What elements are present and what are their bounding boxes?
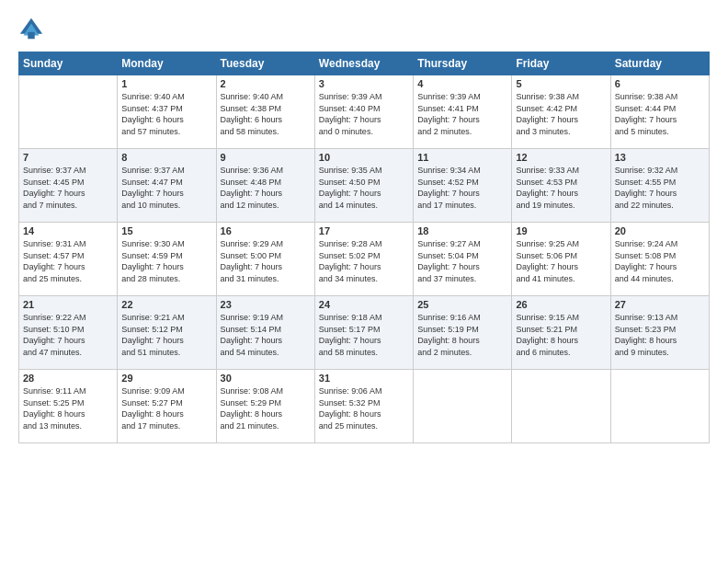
day-info: Sunrise: 9:38 AMSunset: 4:42 PMDaylight:… (516, 91, 606, 137)
header-cell-sunday: Sunday (19, 52, 118, 75)
calendar-cell: 12Sunrise: 9:33 AMSunset: 4:53 PMDayligh… (512, 149, 610, 223)
day-number: 26 (516, 299, 606, 310)
day-number: 25 (417, 299, 507, 310)
week-row-2: 7Sunrise: 9:37 AMSunset: 4:45 PMDaylight… (19, 149, 710, 223)
day-info: Sunrise: 9:29 AMSunset: 5:00 PMDaylight:… (221, 238, 311, 284)
week-row-4: 21Sunrise: 9:22 AMSunset: 5:10 PMDayligh… (19, 296, 710, 370)
day-number: 22 (121, 299, 211, 310)
day-number: 4 (417, 78, 507, 89)
day-info: Sunrise: 9:36 AMSunset: 4:48 PMDaylight:… (221, 165, 311, 211)
calendar-cell: 3Sunrise: 9:39 AMSunset: 4:40 PMDaylight… (314, 75, 413, 149)
calendar-cell: 10Sunrise: 9:35 AMSunset: 4:50 PMDayligh… (314, 149, 413, 223)
day-number: 20 (615, 225, 705, 236)
calendar-cell (610, 370, 709, 443)
calendar-cell (414, 370, 512, 443)
header-cell-thursday: Thursday (414, 52, 512, 75)
day-info: Sunrise: 9:37 AMSunset: 4:47 PMDaylight:… (121, 165, 211, 211)
calendar-cell: 1Sunrise: 9:40 AMSunset: 4:37 PMDaylight… (118, 75, 216, 149)
day-info: Sunrise: 9:31 AMSunset: 4:57 PMDaylight:… (23, 238, 113, 284)
day-number: 9 (221, 152, 311, 163)
day-info: Sunrise: 9:39 AMSunset: 4:41 PMDaylight:… (417, 91, 507, 137)
day-info: Sunrise: 9:40 AMSunset: 4:37 PMDaylight:… (121, 91, 211, 137)
calendar-cell: 27Sunrise: 9:13 AMSunset: 5:23 PMDayligh… (610, 296, 709, 370)
day-number: 7 (23, 152, 113, 163)
day-info: Sunrise: 9:19 AMSunset: 5:14 PMDaylight:… (221, 312, 311, 358)
day-info: Sunrise: 9:18 AMSunset: 5:17 PMDaylight:… (319, 312, 409, 358)
calendar-cell: 22Sunrise: 9:21 AMSunset: 5:12 PMDayligh… (118, 296, 216, 370)
day-number: 10 (319, 152, 409, 163)
calendar-cell: 20Sunrise: 9:24 AMSunset: 5:08 PMDayligh… (610, 223, 709, 296)
day-number: 12 (516, 152, 606, 163)
day-number: 19 (516, 225, 606, 236)
calendar-cell: 25Sunrise: 9:16 AMSunset: 5:19 PMDayligh… (414, 296, 512, 370)
day-number: 27 (615, 299, 705, 310)
day-info: Sunrise: 9:35 AMSunset: 4:50 PMDaylight:… (319, 165, 409, 211)
day-info: Sunrise: 9:28 AMSunset: 5:02 PMDaylight:… (319, 238, 409, 284)
logo (18, 17, 48, 42)
calendar-cell: 23Sunrise: 9:19 AMSunset: 5:14 PMDayligh… (216, 296, 314, 370)
calendar-cell: 18Sunrise: 9:27 AMSunset: 5:04 PMDayligh… (414, 223, 512, 296)
calendar-cell: 21Sunrise: 9:22 AMSunset: 5:10 PMDayligh… (19, 296, 118, 370)
calendar-cell: 29Sunrise: 9:09 AMSunset: 5:27 PMDayligh… (118, 370, 216, 443)
calendar-cell: 13Sunrise: 9:32 AMSunset: 4:55 PMDayligh… (610, 149, 709, 223)
day-number: 13 (615, 152, 705, 163)
header-cell-monday: Monday (118, 52, 216, 75)
day-number: 29 (121, 373, 211, 384)
day-info: Sunrise: 9:34 AMSunset: 4:52 PMDaylight:… (417, 165, 507, 211)
calendar-cell: 26Sunrise: 9:15 AMSunset: 5:21 PMDayligh… (512, 296, 610, 370)
day-info: Sunrise: 9:25 AMSunset: 5:06 PMDaylight:… (516, 238, 606, 284)
day-info: Sunrise: 9:09 AMSunset: 5:27 PMDaylight:… (121, 385, 211, 431)
day-info: Sunrise: 9:30 AMSunset: 4:59 PMDaylight:… (121, 238, 211, 284)
day-number: 24 (319, 299, 409, 310)
calendar-cell: 28Sunrise: 9:11 AMSunset: 5:25 PMDayligh… (19, 370, 118, 443)
week-row-5: 28Sunrise: 9:11 AMSunset: 5:25 PMDayligh… (19, 370, 710, 443)
day-info: Sunrise: 9:11 AMSunset: 5:25 PMDaylight:… (23, 385, 113, 431)
day-info: Sunrise: 9:27 AMSunset: 5:04 PMDaylight:… (417, 238, 507, 284)
day-number: 15 (121, 225, 211, 236)
calendar-cell: 8Sunrise: 9:37 AMSunset: 4:47 PMDaylight… (118, 149, 216, 223)
day-number: 31 (319, 373, 409, 384)
day-info: Sunrise: 9:22 AMSunset: 5:10 PMDaylight:… (23, 312, 113, 358)
day-info: Sunrise: 9:06 AMSunset: 5:32 PMDaylight:… (319, 385, 409, 431)
calendar-cell: 15Sunrise: 9:30 AMSunset: 4:59 PMDayligh… (118, 223, 216, 296)
day-info: Sunrise: 9:40 AMSunset: 4:38 PMDaylight:… (221, 91, 311, 137)
header-row: SundayMondayTuesdayWednesdayThursdayFrid… (19, 52, 710, 75)
logo-icon (18, 17, 44, 42)
day-number: 5 (516, 78, 606, 89)
calendar-cell: 14Sunrise: 9:31 AMSunset: 4:57 PMDayligh… (19, 223, 118, 296)
calendar-cell: 4Sunrise: 9:39 AMSunset: 4:41 PMDaylight… (414, 75, 512, 149)
week-row-1: 1Sunrise: 9:40 AMSunset: 4:37 PMDaylight… (19, 75, 710, 149)
header (18, 17, 710, 42)
day-number: 1 (121, 78, 211, 89)
calendar-cell: 2Sunrise: 9:40 AMSunset: 4:38 PMDaylight… (216, 75, 314, 149)
page-container: SundayMondayTuesdayWednesdayThursdayFrid… (0, 0, 728, 453)
day-info: Sunrise: 9:39 AMSunset: 4:40 PMDaylight:… (319, 91, 409, 137)
day-number: 28 (23, 373, 113, 384)
header-cell-friday: Friday (512, 52, 610, 75)
calendar-cell: 24Sunrise: 9:18 AMSunset: 5:17 PMDayligh… (314, 296, 413, 370)
day-number: 21 (23, 299, 113, 310)
day-number: 30 (221, 373, 311, 384)
day-info: Sunrise: 9:37 AMSunset: 4:45 PMDaylight:… (23, 165, 113, 211)
day-number: 11 (417, 152, 507, 163)
header-cell-wednesday: Wednesday (314, 52, 413, 75)
calendar-cell: 19Sunrise: 9:25 AMSunset: 5:06 PMDayligh… (512, 223, 610, 296)
calendar-cell: 9Sunrise: 9:36 AMSunset: 4:48 PMDaylight… (216, 149, 314, 223)
day-info: Sunrise: 9:08 AMSunset: 5:29 PMDaylight:… (221, 385, 311, 431)
calendar-cell: 7Sunrise: 9:37 AMSunset: 4:45 PMDaylight… (19, 149, 118, 223)
header-cell-tuesday: Tuesday (216, 52, 314, 75)
day-number: 14 (23, 225, 113, 236)
day-info: Sunrise: 9:21 AMSunset: 5:12 PMDaylight:… (121, 312, 211, 358)
calendar-cell: 16Sunrise: 9:29 AMSunset: 5:00 PMDayligh… (216, 223, 314, 296)
calendar-cell: 17Sunrise: 9:28 AMSunset: 5:02 PMDayligh… (314, 223, 413, 296)
calendar-table: SundayMondayTuesdayWednesdayThursdayFrid… (18, 52, 710, 443)
calendar-cell (19, 75, 118, 149)
day-info: Sunrise: 9:24 AMSunset: 5:08 PMDaylight:… (615, 238, 705, 284)
day-info: Sunrise: 9:38 AMSunset: 4:44 PMDaylight:… (615, 91, 705, 137)
day-number: 6 (615, 78, 705, 89)
day-number: 2 (221, 78, 311, 89)
calendar-cell: 30Sunrise: 9:08 AMSunset: 5:29 PMDayligh… (216, 370, 314, 443)
calendar-cell: 31Sunrise: 9:06 AMSunset: 5:32 PMDayligh… (314, 370, 413, 443)
day-number: 17 (319, 225, 409, 236)
day-info: Sunrise: 9:15 AMSunset: 5:21 PMDaylight:… (516, 312, 606, 358)
